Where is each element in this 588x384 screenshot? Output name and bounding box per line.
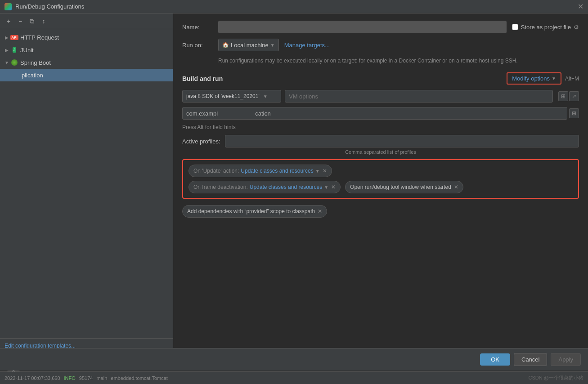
tree-arrow-http: ▶ xyxy=(4,34,10,40)
csdn-label: CSDN @一个很菜的小猪 xyxy=(529,375,584,381)
open-tool-window-close-icon[interactable]: ✕ xyxy=(454,184,458,190)
name-row: Name: Store as project file ⚙ xyxy=(182,21,579,33)
on-update-close-icon[interactable]: ✕ xyxy=(323,168,327,174)
expand-button[interactable]: ⊞ xyxy=(558,91,568,101)
on-frame-label: On frame deactivation: xyxy=(193,184,248,190)
spring-boot-icon xyxy=(11,59,18,66)
app-icon xyxy=(4,3,12,10)
active-profiles-label: Active profiles: xyxy=(182,138,220,145)
sidebar-toolbar: + − ⧉ ↕ xyxy=(0,13,173,29)
store-gear-icon[interactable]: ⚙ xyxy=(574,24,579,31)
collapse-button[interactable]: ↗ xyxy=(569,91,579,101)
modify-options-shortcut: Alt+M xyxy=(565,76,579,82)
tree-arrow-spring: ▼ xyxy=(4,59,10,66)
vm-options-input[interactable] xyxy=(285,90,553,103)
home-icon: 🏠 xyxy=(222,42,229,48)
status-bar: 2022-11-17 00:07:33,660 INFO 95174 main … xyxy=(0,371,588,384)
active-profiles-input[interactable] xyxy=(225,135,579,147)
run-description: Run configurations may be executed local… xyxy=(218,57,579,65)
http-request-icon: API xyxy=(11,34,18,41)
status-code: 95174 xyxy=(79,375,93,381)
remove-configuration-button[interactable]: − xyxy=(15,16,25,26)
modify-options-label: Modify options xyxy=(512,75,550,82)
configuration-tree: ▶ API HTTP Request ▶ J JUnit ▼ Sp xyxy=(0,29,173,338)
on-frame-deactivation-chip[interactable]: On frame deactivation: Update classes an… xyxy=(189,181,341,193)
sdk-row: java 8 SDK of 'week11_20201' ▼ ⊞ ↗ xyxy=(182,90,579,103)
add-deps-close-icon[interactable]: ✕ xyxy=(318,208,322,214)
open-tool-window-label: Open run/debug tool window when started xyxy=(350,184,451,190)
tree-item-spring-app[interactable]: plication xyxy=(0,69,173,81)
tree-arrow-junit: ▶ xyxy=(4,47,10,53)
store-as-project-file-checkbox[interactable] xyxy=(512,24,518,30)
local-machine-label: Local machine xyxy=(231,42,269,49)
close-button[interactable]: ✕ xyxy=(577,4,584,10)
manage-targets-link[interactable]: Manage targets... xyxy=(284,42,330,49)
cancel-button[interactable]: Cancel xyxy=(514,353,547,366)
sdk-label: java 8 SDK of 'week11_20201' xyxy=(186,93,260,99)
option-row-1: On 'Update' action: Update classes and r… xyxy=(189,165,573,177)
title-bar: Run/Debug Configurations ✕ xyxy=(0,0,588,13)
modify-options-button[interactable]: Modify options ▼ xyxy=(507,72,561,85)
apply-button[interactable]: Apply xyxy=(551,353,581,366)
on-update-value[interactable]: Update classes and resources xyxy=(241,168,313,174)
store-as-project-file-label: Store as project file xyxy=(521,24,571,31)
ok-button[interactable]: OK xyxy=(480,353,510,366)
content-panel: Name: Store as project file ⚙ Run on: 🏠 … xyxy=(173,13,588,353)
add-dependencies-chip[interactable]: Add dependencies with “provided” scope t… xyxy=(182,205,327,218)
status-suffix: embedded.tomcat.Tomcat xyxy=(111,375,168,381)
profiles-hint: Comma separated list of profiles xyxy=(182,149,579,155)
on-frame-value[interactable]: Update classes and resources xyxy=(250,184,322,190)
copy-configuration-button[interactable]: ⧉ xyxy=(27,16,37,26)
on-frame-chevron-icon: ▼ xyxy=(324,185,328,190)
status-timestamp: 2022-11-17 00:07:33,660 xyxy=(4,375,60,381)
run-on-row: Run on: 🏠 Local machine ▼ Manage targets… xyxy=(182,39,579,51)
add-configuration-button[interactable]: + xyxy=(4,16,13,26)
on-update-label: On 'Update' action: xyxy=(193,168,239,174)
status-level: INFO xyxy=(64,375,76,381)
tree-item-http-request[interactable]: ▶ API HTTP Request xyxy=(0,31,173,44)
run-on-chevron-icon: ▼ xyxy=(270,43,275,48)
tree-label-spring: Spring Boot xyxy=(20,59,51,66)
expand-icons: ⊞ ↗ xyxy=(558,91,579,101)
add-deps-label: Add dependencies with “provided” scope t… xyxy=(187,208,315,214)
run-on-dropdown[interactable]: 🏠 Local machine ▼ xyxy=(218,39,279,51)
tree-item-spring-boot[interactable]: ▼ Spring Boot xyxy=(0,56,173,69)
sdk-chevron-icon: ▼ xyxy=(263,94,268,99)
sidebar: + − ⧉ ↕ ▶ API HTTP Request ▶ J JUnit xyxy=(0,13,173,353)
add-deps-row: Add dependencies with “provided” scope t… xyxy=(182,203,579,218)
main-class-expand-button[interactable]: ⊞ xyxy=(569,108,579,118)
move-configuration-button[interactable]: ↕ xyxy=(39,16,49,26)
sdk-dropdown[interactable]: java 8 SDK of 'week11_20201' ▼ xyxy=(182,90,281,103)
junit-icon: J xyxy=(11,46,18,54)
on-update-chevron-icon: ▼ xyxy=(315,169,320,174)
tree-label-junit: JUnit xyxy=(20,47,34,54)
on-update-action-chip[interactable]: On 'Update' action: Update classes and r… xyxy=(189,165,332,177)
tree-item-junit[interactable]: ▶ J JUnit xyxy=(0,44,173,56)
active-profiles-row: Active profiles: xyxy=(182,135,579,147)
options-box: On 'Update' action: Update classes and r… xyxy=(182,159,579,199)
name-input[interactable] xyxy=(218,21,507,33)
main-class-row: ⊞ xyxy=(182,107,579,120)
run-on-label: Run on: xyxy=(182,42,218,49)
main-class-input[interactable] xyxy=(182,107,567,120)
name-label: Name: xyxy=(182,24,218,31)
on-frame-close-icon[interactable]: ✕ xyxy=(331,184,336,190)
build-and-run-title: Build and run xyxy=(182,75,223,82)
option-row-2: On frame deactivation: Update classes an… xyxy=(189,181,573,193)
store-project-row: Store as project file ⚙ xyxy=(512,24,579,31)
main-container: + − ⧉ ↕ ▶ API HTTP Request ▶ J JUnit xyxy=(0,13,588,353)
tree-label-spring-app: plication xyxy=(22,72,43,79)
window-title: Run/Debug Configurations xyxy=(15,3,577,10)
build-and-run-section: Build and run Modify options ▼ Alt+M xyxy=(182,72,579,85)
tree-label-http: HTTP Request xyxy=(20,34,59,41)
bottom-action-bar: OK Cancel Apply xyxy=(0,348,588,371)
chevron-down-icon: ▼ xyxy=(552,76,556,81)
open-tool-window-chip[interactable]: Open run/debug tool window when started … xyxy=(345,181,463,193)
field-hint-text: Press Alt for field hints xyxy=(182,124,579,130)
status-thread: main xyxy=(96,375,107,381)
